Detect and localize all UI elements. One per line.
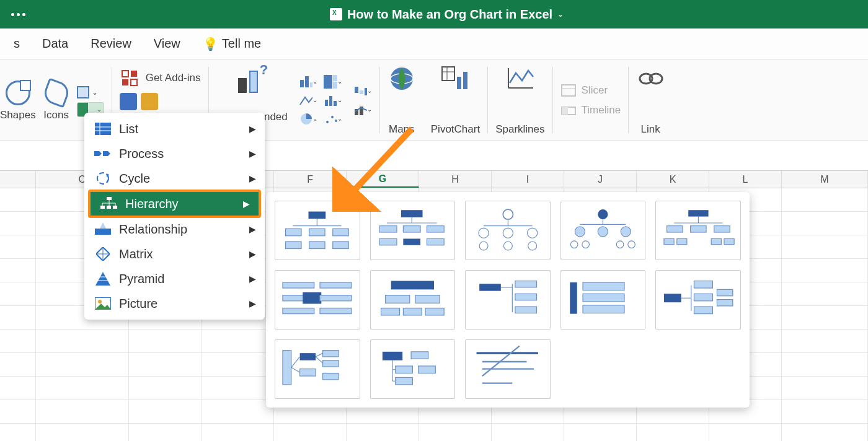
col-header-G[interactable]: G	[347, 171, 419, 188]
hierarchy-layout-4[interactable]	[560, 201, 646, 260]
svg-rect-27	[457, 77, 461, 89]
scatter-chart-button[interactable]: ⌄	[324, 112, 342, 126]
combo-chart-button[interactable]: ⌄	[353, 103, 372, 116]
menu-item-process[interactable]: Process ▶	[84, 141, 265, 166]
timeline-icon	[560, 103, 577, 117]
svg-rect-64	[286, 242, 301, 249]
svg-rect-18	[360, 90, 363, 94]
svg-rect-112	[391, 281, 434, 290]
svg-rect-137	[300, 354, 316, 361]
hierarchy-layout-12[interactable]	[370, 339, 456, 399]
bing-addin-icon[interactable]	[141, 93, 158, 110]
submenu-arrow-icon: ▶	[243, 199, 250, 209]
hierarchy-layout-6[interactable]	[275, 270, 360, 330]
title-bar: How to Make an Org Chart in Excel ⌄	[0, 0, 868, 28]
tab-data[interactable]: Data	[31, 37, 79, 51]
menu-item-cycle[interactable]: Cycle ▶	[84, 166, 265, 191]
svg-rect-51	[95, 229, 111, 235]
col-header-F[interactable]: F	[274, 171, 347, 188]
menu-item-matrix[interactable]: Matrix ▶	[84, 242, 265, 266]
hierarchy-icon	[100, 196, 118, 211]
svg-point-84	[528, 242, 536, 250]
svg-rect-3	[131, 79, 137, 85]
icons-button[interactable]: Icons	[42, 79, 71, 121]
sparklines-button[interactable]: Sparklines	[488, 63, 552, 137]
svg-rect-61	[286, 229, 301, 237]
svg-line-145	[316, 357, 323, 363]
col-header-K[interactable]: K	[637, 171, 709, 188]
svg-rect-12	[334, 101, 337, 106]
column-chart-button[interactable]: ⌄	[299, 75, 317, 89]
col-header-M[interactable]: M	[782, 171, 868, 188]
svg-rect-5	[305, 76, 309, 87]
3d-models-button[interactable]: ⌄	[77, 86, 98, 98]
hierarchy-gallery[interactable]	[266, 192, 750, 408]
visio-addin-icon[interactable]	[120, 93, 137, 110]
menu-item-relationship[interactable]: Relationship ▶	[84, 217, 265, 242]
tab-fragment[interactable]: s	[2, 37, 31, 51]
svg-rect-28	[463, 72, 467, 89]
cycle-icon	[94, 171, 112, 186]
col-header-I[interactable]: I	[492, 171, 564, 188]
col-header-L[interactable]: L	[709, 171, 782, 188]
svg-rect-44	[107, 206, 111, 209]
menu-item-hierarchy[interactable]: Hierarchy ▶	[88, 190, 261, 218]
submenu-arrow-icon: ▶	[249, 274, 256, 284]
col-header-J[interactable]: J	[564, 171, 637, 188]
waterfall-button[interactable]: ⌄	[353, 84, 372, 98]
hierarchy-layout-3[interactable]	[465, 201, 551, 260]
svg-rect-45	[113, 206, 117, 209]
svg-rect-113	[385, 295, 409, 303]
maps-button[interactable]: Maps	[380, 63, 423, 137]
svg-rect-71	[403, 226, 420, 232]
chevron-down-icon[interactable]: ⌄	[557, 10, 564, 19]
svg-rect-135	[717, 300, 732, 306]
svg-rect-72	[427, 226, 444, 232]
svg-rect-66	[333, 242, 348, 249]
hierarchy-layout-10[interactable]	[655, 270, 741, 330]
menu-item-picture[interactable]: Picture ▶	[84, 291, 265, 316]
svg-rect-70	[379, 226, 397, 232]
tab-view[interactable]: View	[143, 37, 192, 51]
hierarchy-layout-1[interactable]	[275, 201, 360, 260]
svg-rect-125	[583, 282, 624, 290]
menu-item-list[interactable]: List ▶	[84, 116, 265, 141]
document-title: How to Make an Org Chart in Excel	[347, 7, 552, 22]
tell-me[interactable]: 💡 Tell me	[192, 37, 261, 51]
hierarchy-layout-8[interactable]	[465, 270, 551, 330]
timeline-button: Timeline	[560, 103, 621, 117]
svg-rect-101	[664, 239, 674, 245]
hierarchy-layout-5[interactable]	[655, 201, 741, 260]
menu-item-pyramid[interactable]: Pyramid ▶	[84, 266, 265, 291]
line-chart-button[interactable]: ⌄	[299, 94, 317, 107]
hierarchy-layout-2[interactable]	[370, 201, 456, 260]
get-addins-button[interactable]: Get Add-ins	[120, 68, 201, 88]
hierarchy-layout-11[interactable]	[275, 339, 360, 399]
svg-rect-124	[570, 282, 577, 314]
svg-rect-62	[309, 229, 325, 237]
cube-icon	[77, 86, 89, 98]
shapes-button[interactable]: Shapes	[0, 79, 36, 121]
svg-point-83	[503, 242, 512, 250]
slicer-button: Slicer	[560, 84, 608, 97]
hierarchy-layout-7[interactable]	[370, 270, 456, 330]
svg-point-92	[582, 241, 590, 248]
svg-point-76	[503, 209, 513, 219]
svg-rect-128	[664, 294, 681, 303]
pie-chart-button[interactable]: ⌄	[299, 112, 317, 126]
histogram-button[interactable]: ⌄	[324, 94, 342, 107]
hierarchy-layout-9[interactable]	[560, 270, 646, 330]
more-dots-icon[interactable]	[11, 13, 25, 16]
excel-file-icon	[330, 8, 342, 20]
tab-review[interactable]: Review	[79, 37, 143, 51]
svg-point-57	[98, 300, 102, 303]
menu-item-label: List	[119, 122, 138, 136]
hierarchy-layout-13[interactable]	[465, 339, 551, 399]
shapes-icon	[6, 81, 30, 105]
link-button[interactable]: Link	[629, 63, 672, 137]
pivotchart-button[interactable]: PivotChart	[423, 63, 487, 137]
col-header-H[interactable]: H	[419, 171, 492, 188]
svg-rect-63	[333, 229, 348, 237]
smartart-category-menu[interactable]: List ▶ Process ▶ Cycle ▶ Hierarchy ▶ Rel…	[84, 113, 265, 320]
treemap-button[interactable]: ⌄	[324, 75, 342, 89]
